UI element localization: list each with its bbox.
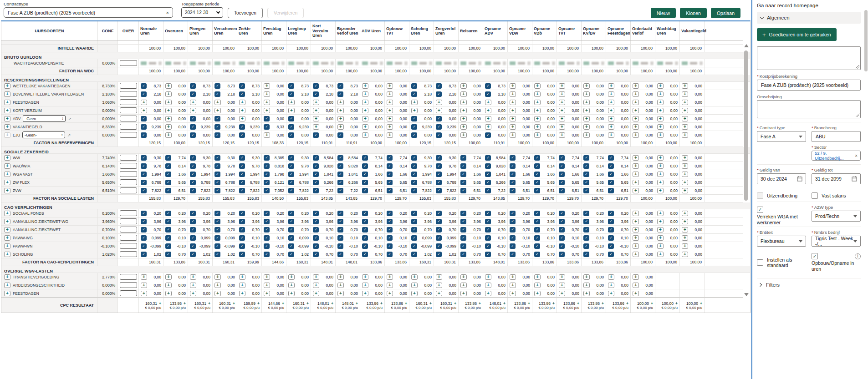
override-input[interactable] xyxy=(120,99,137,105)
add-value-button[interactable]: + xyxy=(387,124,393,130)
checked-checkbox[interactable]: ✓ xyxy=(141,124,147,130)
add-value-button[interactable]: + xyxy=(362,291,368,296)
checked-checkbox[interactable]: ✓ xyxy=(190,83,196,89)
opbouw-checkbox[interactable]: ✓ xyxy=(812,253,818,259)
checked-checkbox[interactable]: ✓ xyxy=(485,180,491,185)
checked-checkbox[interactable]: ✓ xyxy=(264,227,270,232)
checked-checkbox[interactable]: ✓ xyxy=(264,219,270,224)
klonen-button[interactable]: Klonen xyxy=(680,8,707,18)
checked-checkbox[interactable]: ✓ xyxy=(214,211,220,216)
add-value-button[interactable]: + xyxy=(682,243,688,249)
checked-checkbox[interactable]: ✓ xyxy=(313,163,319,169)
checked-checkbox[interactable]: ✓ xyxy=(362,252,368,257)
checked-checkbox[interactable]: ✓ xyxy=(411,235,417,241)
checked-checkbox[interactable]: ✓ xyxy=(288,219,294,224)
add-value-button[interactable]: + xyxy=(682,155,688,161)
expand-row-button[interactable]: + xyxy=(4,116,10,121)
add-value-button[interactable]: + xyxy=(633,291,639,296)
checked-checkbox[interactable]: ✓ xyxy=(165,172,171,177)
add-value-button[interactable]: + xyxy=(559,132,565,138)
add-value-button[interactable]: + xyxy=(313,116,319,121)
row-option-select[interactable]: -Geen-↕ xyxy=(23,115,66,122)
checked-checkbox[interactable]: ✓ xyxy=(387,163,393,169)
add-value-button[interactable]: + xyxy=(436,283,442,288)
checked-checkbox[interactable]: ✓ xyxy=(583,235,589,241)
checked-checkbox[interactable]: ✓ xyxy=(288,235,294,241)
checked-checkbox[interactable]: ✓ xyxy=(411,252,417,257)
override-input[interactable] xyxy=(120,274,137,280)
add-value-button[interactable]: + xyxy=(657,124,664,130)
resize-handle-icon[interactable] xyxy=(855,65,859,69)
add-value-button[interactable]: + xyxy=(165,132,172,138)
add-value-button[interactable]: + xyxy=(411,274,418,280)
checked-checkbox[interactable]: ✓ xyxy=(362,219,368,224)
add-value-button[interactable]: + xyxy=(460,132,467,138)
checked-checkbox[interactable]: ✓ xyxy=(141,235,147,241)
add-value-button[interactable]: + xyxy=(190,291,196,296)
kostprijs-input[interactable]: Fase A ZUB (prod/tech) (2025 voorbeeld) xyxy=(757,80,861,91)
checked-checkbox[interactable]: ✓ xyxy=(165,155,171,161)
checked-checkbox[interactable]: ✓ xyxy=(411,243,417,249)
add-value-button[interactable]: + xyxy=(387,91,393,97)
remove-tag-icon[interactable]: × xyxy=(855,153,858,158)
add-value-button[interactable]: + xyxy=(313,100,319,105)
checked-checkbox[interactable]: ✓ xyxy=(534,163,540,169)
checked-checkbox[interactable]: ✓ xyxy=(165,235,171,241)
add-value-button[interactable]: + xyxy=(534,291,541,296)
add-value-button[interactable]: + xyxy=(165,283,172,288)
add-value-button[interactable]: + xyxy=(239,274,245,280)
checked-checkbox[interactable]: ✓ xyxy=(214,219,220,224)
checked-checkbox[interactable]: ✓ xyxy=(190,235,196,241)
override-input[interactable] xyxy=(120,187,137,193)
checked-checkbox[interactable]: ✓ xyxy=(485,243,491,249)
add-value-button[interactable]: + xyxy=(141,100,147,105)
uitzendbeding-checkbox[interactable] xyxy=(757,192,763,199)
checked-checkbox[interactable]: ✓ xyxy=(436,155,442,161)
checked-checkbox[interactable]: ✓ xyxy=(141,252,147,257)
add-value-button[interactable]: + xyxy=(337,291,344,296)
override-input[interactable] xyxy=(120,171,137,177)
checked-checkbox[interactable]: ✓ xyxy=(190,132,196,138)
checked-checkbox[interactable]: ✓ xyxy=(214,83,220,89)
add-value-button[interactable]: + xyxy=(460,274,467,280)
checked-checkbox[interactable]: ✓ xyxy=(534,188,540,193)
add-value-button[interactable]: + xyxy=(682,227,688,232)
add-value-button[interactable]: + xyxy=(264,132,270,138)
add-value-button[interactable]: + xyxy=(214,274,221,280)
add-value-button[interactable]: + xyxy=(239,108,245,113)
periode-select[interactable]: 2024-12-30 xyxy=(181,7,223,18)
override-input[interactable] xyxy=(120,124,137,130)
add-value-button[interactable]: + xyxy=(608,116,614,121)
checked-checkbox[interactable]: ✓ xyxy=(337,243,343,249)
checked-checkbox[interactable]: ✓ xyxy=(436,116,442,121)
add-value-button[interactable]: + xyxy=(583,116,590,121)
verreken-wga-checkbox[interactable]: ✓ xyxy=(757,207,763,213)
checked-checkbox[interactable]: ✓ xyxy=(313,211,319,216)
add-value-button[interactable]: + xyxy=(608,283,614,288)
checked-checkbox[interactable]: ✓ xyxy=(608,163,614,169)
checked-checkbox[interactable]: ✓ xyxy=(264,252,270,257)
add-value-button[interactable]: + xyxy=(559,108,565,113)
add-value-button[interactable]: + xyxy=(583,132,590,138)
checked-checkbox[interactable]: ✓ xyxy=(460,180,466,185)
checked-checkbox[interactable]: ✓ xyxy=(460,243,466,249)
add-value-button[interactable]: + xyxy=(657,227,664,232)
add-value-button[interactable]: + xyxy=(583,91,590,97)
add-value-button[interactable]: + xyxy=(682,108,688,113)
add-value-button[interactable]: + xyxy=(682,91,688,97)
checked-checkbox[interactable]: ✓ xyxy=(165,180,171,185)
add-value-button[interactable]: + xyxy=(633,235,639,241)
add-value-button[interactable]: + xyxy=(313,124,319,130)
add-value-button[interactable]: + xyxy=(682,163,688,169)
add-value-button[interactable]: + xyxy=(165,124,172,130)
checked-checkbox[interactable]: ✓ xyxy=(190,116,196,121)
add-value-button[interactable]: + xyxy=(485,108,491,113)
table-scrollbar[interactable] xyxy=(744,44,749,296)
checked-checkbox[interactable]: ✓ xyxy=(337,155,343,161)
add-value-button[interactable]: + xyxy=(239,100,245,105)
add-value-button[interactable]: + xyxy=(239,283,245,288)
checked-checkbox[interactable]: ✓ xyxy=(165,188,171,193)
add-value-button[interactable]: + xyxy=(657,252,664,257)
add-value-button[interactable]: + xyxy=(165,108,172,113)
add-value-button[interactable]: + xyxy=(362,124,368,130)
